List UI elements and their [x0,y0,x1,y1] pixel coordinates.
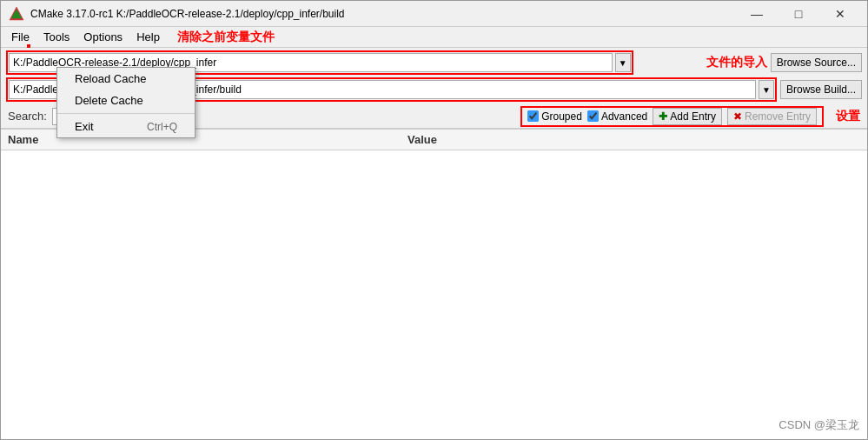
close-button[interactable]: ✕ [820,1,860,27]
advanced-checkbox[interactable] [587,110,599,122]
app-icon [8,5,25,23]
add-entry-btn[interactable]: ✚ Add Entry [653,108,722,125]
grouped-label: Grouped [541,110,582,123]
remove-entry-label: Remove Entry [745,110,811,123]
grouped-checkbox-item: Grouped [527,110,582,123]
menu-help[interactable]: Help [129,29,167,45]
table-area: Name Value [1,129,867,439]
menu-item-delete-cache[interactable]: Delete Cache [57,90,195,111]
reload-cache-label: Reload Cache [75,72,146,85]
add-entry-label: Add Entry [670,110,716,123]
menu-file[interactable]: File [4,29,36,45]
browse-source-btn[interactable]: Browse Source... [771,53,862,72]
file-dropdown-wrapper: Reload Cache Delete Cache Exit Ctrl+Q [27,44,30,48]
menu-bar: File Tools Options Help 清除之前变量文件 Reload … [1,27,867,48]
menu-annotation: 清除之前变量文件 [177,30,275,45]
exit-label: Exit [75,120,94,133]
options-box: Grouped Advanced ✚ Add Entry ✖ Remove En… [520,106,824,127]
menu-item-exit[interactable]: Exit Ctrl+Q [57,116,195,137]
build-dropdown-btn[interactable]: ▼ [759,80,774,99]
menu-tools[interactable]: Tools [36,29,76,45]
source-dropdown-btn[interactable]: ▼ [615,53,631,72]
advanced-label: Advanced [601,110,647,123]
exit-shortcut: Ctrl+Q [147,121,177,133]
settings-annotation: 设置 [836,109,860,124]
plus-icon: ✚ [659,110,667,123]
window-title: CMake 3.17.0-rc1 K:/PaddleOCR-release-2.… [30,8,737,20]
search-label: Search: [8,110,47,123]
menu-divider [57,113,195,114]
minimize-button[interactable]: — [737,1,777,27]
x-icon: ✖ [733,110,742,123]
remove-entry-btn[interactable]: ✖ Remove Entry [727,108,817,125]
file-annotation: 文件的导入 [706,55,767,70]
file-dropdown-menu: Reload Cache Delete Cache Exit Ctrl+Q [56,67,195,138]
delete-cache-label: Delete Cache [75,94,143,107]
menu-options[interactable]: Options [76,29,129,45]
col-value-header: Value [407,133,860,146]
menu-item-reload-cache[interactable]: Reload Cache [57,68,195,90]
watermark: CSDN @梁玉龙 [779,417,859,433]
table-body [1,150,867,439]
maximize-button[interactable]: □ [779,1,818,27]
window-controls: — □ ✕ [737,1,860,27]
title-bar: CMake 3.17.0-rc1 K:/PaddleOCR-release-2.… [1,1,867,27]
browse-build-btn[interactable]: Browse Build... [780,80,862,99]
advanced-checkbox-item: Advanced [587,110,647,123]
grouped-checkbox[interactable] [527,110,539,122]
